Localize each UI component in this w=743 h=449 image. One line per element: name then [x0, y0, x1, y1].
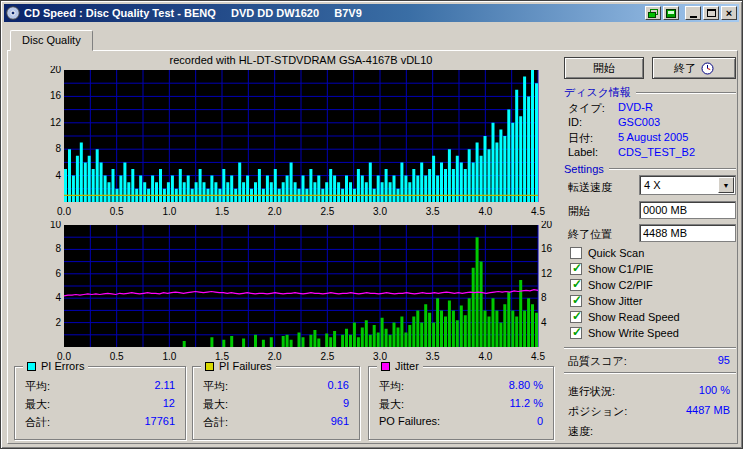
- stat-label: 平均:: [203, 379, 228, 394]
- stat-value: 0.16: [328, 379, 349, 394]
- svg-text:20: 20: [541, 221, 553, 230]
- svg-text:16: 16: [50, 90, 62, 101]
- svg-text:4.0: 4.0: [478, 206, 492, 217]
- svg-text:8: 8: [541, 292, 547, 303]
- show-c2-pif-checkbox[interactable]: [570, 279, 582, 291]
- stat-value: 0: [537, 415, 543, 427]
- checkbox-row-show-c2-pif[interactable]: Show C2/PIF: [570, 278, 653, 292]
- row-value: CDS_TEST_B2: [618, 146, 695, 158]
- pi-errors-stats-group: PI Errors 平均:2.11 最大:12 合計:17761: [14, 366, 186, 440]
- end-position-input[interactable]: [639, 224, 736, 242]
- svg-text:16: 16: [541, 243, 553, 254]
- section-divider: [636, 92, 736, 94]
- svg-text:0.5: 0.5: [110, 351, 124, 362]
- svg-text:1.0: 1.0: [162, 206, 176, 217]
- quick-scan-checkbox[interactable]: [570, 247, 582, 259]
- show-c1-pie-checkbox[interactable]: [570, 263, 582, 275]
- checkbox-row-show-c1-pie[interactable]: Show C1/PIE: [570, 262, 653, 276]
- start-position-input[interactable]: [639, 201, 736, 219]
- stat-value: 9: [343, 397, 349, 412]
- close-button[interactable]: ×: [721, 6, 737, 20]
- jitter-legend: Jitter: [377, 360, 423, 372]
- row-value: 5 August 2005: [618, 131, 688, 143]
- section-title: ディスク情報: [564, 85, 631, 100]
- show-write-speed-checkbox[interactable]: [570, 327, 582, 339]
- stat-label: PO Failures:: [379, 415, 440, 427]
- app-icon: [6, 6, 20, 20]
- titlebar-tool-button-1[interactable]: [645, 6, 661, 20]
- checkbox-label: Show Read Speed: [588, 311, 680, 323]
- row-value: GSC003: [618, 116, 660, 128]
- svg-text:8: 8: [55, 243, 61, 254]
- section-divider: [609, 168, 736, 170]
- quality-score-value: 95: [718, 354, 730, 369]
- svg-text:4: 4: [541, 317, 547, 328]
- speed-combobox-value: 4 X: [644, 179, 661, 191]
- exit-button-label: 終了: [674, 61, 696, 76]
- svg-text:1.5: 1.5: [215, 206, 229, 217]
- checkbox-row-show-write-speed[interactable]: Show Write Speed: [570, 326, 679, 340]
- maximize-button[interactable]: [703, 6, 719, 20]
- svg-text:0.5: 0.5: [110, 206, 124, 217]
- svg-text:12: 12: [541, 268, 553, 279]
- disc-date-row: 日付:5 August 2005: [568, 131, 736, 144]
- show-read-speed-checkbox[interactable]: [570, 311, 582, 323]
- clock-icon: [701, 62, 714, 75]
- checkbox-row-show-read-speed[interactable]: Show Read Speed: [570, 310, 680, 324]
- speed-combobox[interactable]: 4 X ▼: [639, 175, 736, 195]
- show-jitter-checkbox[interactable]: [570, 295, 582, 307]
- group-title-text: PI Failures: [219, 360, 272, 372]
- speed-status-row: 速度:: [568, 424, 730, 439]
- svg-text:8: 8: [55, 143, 61, 154]
- pi-failures-color-swatch: [205, 362, 214, 371]
- checkbox-label: Show C2/PIF: [588, 279, 653, 291]
- group-title-text: Jitter: [395, 360, 419, 372]
- window-title: CD Speed : Disc Quality Test - BENQ DVD …: [24, 7, 645, 19]
- svg-text:4: 4: [55, 292, 61, 303]
- svg-text:2.5: 2.5: [320, 206, 334, 217]
- svg-text:2.0: 2.0: [268, 206, 282, 217]
- speed-label: 転送速度: [568, 180, 612, 195]
- divider: [564, 347, 736, 349]
- group-title-text: PI Errors: [41, 360, 84, 372]
- svg-text:4.5: 4.5: [531, 351, 545, 362]
- tab-disc-quality[interactable]: Disc Quality: [10, 30, 93, 51]
- checkbox-row-quick-scan[interactable]: Quick Scan: [570, 246, 644, 260]
- start-button[interactable]: 開始: [564, 57, 644, 79]
- svg-text:2: 2: [55, 317, 61, 328]
- pi-errors-legend: PI Errors: [23, 360, 88, 372]
- green-windows-icon: [648, 9, 658, 18]
- checkbox-label: Quick Scan: [588, 247, 644, 259]
- pi-failures-stats-group: PI Failures 平均:0.16 最大:9 合計:961: [192, 366, 360, 440]
- svg-text:3.0: 3.0: [373, 206, 387, 217]
- jitter-stats-group: Jitter 平均:8.80 % 最大:11.2 % PO Failures:0: [368, 366, 554, 440]
- speed-status-label: 速度:: [568, 424, 593, 439]
- maximize-icon: [707, 9, 716, 17]
- checkbox-label: Show C1/PIE: [588, 263, 653, 275]
- svg-text:0.0: 0.0: [57, 206, 71, 217]
- app-window: CD Speed : Disc Quality Test - BENQ DVD …: [0, 0, 743, 449]
- titlebar-buttons: ×: [645, 6, 737, 20]
- start-button-label: 開始: [593, 61, 615, 76]
- stat-label: 平均:: [25, 379, 50, 394]
- tab-label: Disc Quality: [22, 34, 81, 46]
- pi-failures-legend: PI Failures: [201, 360, 276, 372]
- disc-quality-panel: recorded with HL-DT-STDVDRAM GSA-4167B v…: [7, 50, 738, 444]
- svg-text:3.5: 3.5: [426, 206, 440, 217]
- titlebar-tool-button-2[interactable]: [663, 6, 679, 20]
- progress-row: 進行状況: 100 %: [568, 384, 730, 399]
- stat-label: 最大:: [203, 397, 228, 412]
- disc-label-row: Label:CDS_TEST_B2: [568, 146, 736, 159]
- end-position-label: 終了位置: [568, 227, 612, 242]
- exit-button[interactable]: 終了: [652, 57, 736, 79]
- checkbox-row-show-jitter[interactable]: Show Jitter: [570, 294, 642, 308]
- stat-value: 17761: [144, 415, 175, 430]
- section-title: Settings: [564, 163, 604, 175]
- svg-text:4: 4: [55, 170, 61, 181]
- combobox-dropdown-button[interactable]: ▼: [718, 177, 734, 193]
- svg-text:6: 6: [55, 268, 61, 279]
- svg-text:3.5: 3.5: [426, 351, 440, 362]
- svg-text:2.5: 2.5: [320, 351, 334, 362]
- stat-value: 12: [163, 397, 175, 412]
- minimize-button[interactable]: [685, 6, 701, 20]
